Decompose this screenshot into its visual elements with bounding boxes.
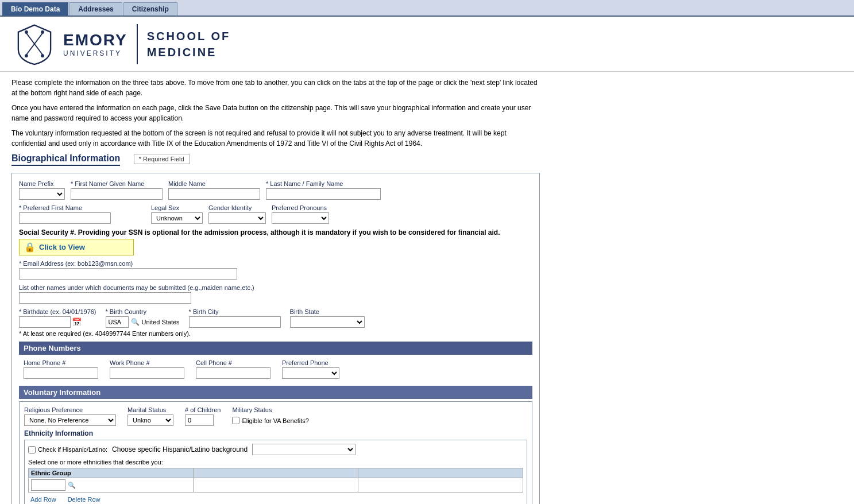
voluntary-section: Religious Preference None, No Preference…	[19, 401, 532, 504]
first-name-group: * First Name/ Given Name	[71, 180, 163, 200]
birth-state-group: Birth State	[290, 308, 365, 328]
legal-sex-label: Legal Sex	[151, 204, 203, 211]
marital-status-label: Marital Status	[127, 406, 173, 413]
ethnicity-box: Check if Hispanic/Latino: Choose specifi…	[24, 440, 527, 504]
preferred-pronouns-select[interactable]	[272, 212, 329, 224]
delete-row-link[interactable]: Delete Row	[68, 496, 101, 503]
birth-country-search-icon[interactable]: 🔍	[131, 318, 140, 326]
email-label: * Email Address (ex: bob123@msn.com)	[19, 260, 532, 267]
birth-country-label: * Birth Country	[106, 308, 180, 315]
home-phone-input[interactable]	[24, 367, 98, 379]
svg-point-4	[25, 54, 28, 57]
university-text-block: EMORY UNIVERSITY	[63, 31, 127, 57]
email-input[interactable]	[19, 268, 237, 280]
phone-note: * At least one required (ex. 4049997744 …	[19, 330, 532, 337]
birth-city-group: * Birth City	[189, 308, 281, 328]
first-name-input[interactable]	[71, 188, 163, 200]
birth-country-code-input[interactable]	[106, 316, 129, 328]
emory-logo	[11, 22, 57, 65]
marital-status-select[interactable]: Unkno	[127, 414, 173, 426]
name-prefix-select[interactable]: Mr.Ms.Mrs.Dr.	[19, 188, 65, 200]
select-ethnicities-label: Select one or more ethnicities that desc…	[28, 459, 523, 466]
other-names-group: List other names under which documents m…	[19, 284, 532, 304]
tab-bar: Bio Demo Data Addresses Citizenship	[0, 0, 854, 17]
svg-point-5	[41, 54, 44, 57]
biographical-form: Name Prefix Mr.Ms.Mrs.Dr. * First Name/ …	[11, 173, 540, 504]
voluntary-info-bar: Voluntary Information	[19, 386, 532, 399]
university-name: EMORY	[63, 31, 127, 49]
ssn-link[interactable]: Click to View	[39, 243, 85, 251]
calendar-icon[interactable]: 📅	[72, 317, 82, 327]
other-names-input[interactable]	[19, 292, 191, 304]
name-prefix-group: Name Prefix Mr.Ms.Mrs.Dr.	[19, 180, 65, 200]
marital-status-group: Marital Status Unkno	[127, 406, 173, 426]
work-phone-group: Work Phone #	[110, 359, 184, 379]
preferred-first-name-label: * Preferred First Name	[19, 204, 111, 211]
hispanic-bg-select[interactable]	[252, 444, 355, 455]
preferred-name-row: * Preferred First Name Legal Sex Unknown…	[19, 204, 532, 224]
preferred-phone-select[interactable]: HomeWorkCell	[282, 367, 339, 379]
tab-bio-demo[interactable]: Bio Demo Data	[2, 2, 68, 15]
preferred-phone-label: Preferred Phone	[282, 359, 339, 366]
va-benefits-checkbox[interactable]	[232, 417, 239, 424]
instruction-1: Please complete the information on the t…	[11, 77, 540, 98]
military-group: Military Status Eligible for VA Benefits…	[232, 406, 309, 424]
home-phone-group: Home Phone #	[24, 359, 98, 379]
preferred-first-name-group: * Preferred First Name	[19, 204, 111, 224]
email-group: * Email Address (ex: bob123@msn.com)	[19, 260, 532, 280]
phone-numbers-bar: Phone Numbers	[19, 342, 532, 355]
ssn-click-area[interactable]: 🔒 Click to View	[19, 239, 134, 255]
ethnic-table: Ethnic Group 🔍	[28, 468, 523, 493]
ethnic-search-cell: 🔍	[29, 478, 194, 493]
add-delete-row: Add Row Delete Row	[28, 495, 523, 504]
ethnicity-title: Ethnicity Information	[24, 429, 527, 437]
religious-pref-select[interactable]: None, No Preference	[24, 414, 116, 426]
bio-section-title: Biographical Information	[11, 153, 120, 166]
middle-name-group: Middle Name	[168, 180, 260, 200]
religious-pref-group: Religious Preference None, No Preference	[24, 406, 116, 426]
hispanic-row: Check if Hispanic/Latino: Choose specifi…	[28, 444, 523, 455]
university-sub: UNIVERSITY	[63, 49, 127, 57]
legal-sex-select[interactable]: UnknownMaleFemale	[151, 212, 203, 224]
cell-phone-group: Cell Phone #	[196, 359, 271, 379]
section-header-row: Biographical Information * Required Fiel…	[11, 153, 540, 169]
lock-icon: 🔒	[24, 242, 36, 253]
birth-state-select[interactable]	[290, 316, 365, 328]
main-content: Please complete the information on the t…	[0, 72, 551, 504]
add-row-link[interactable]: Add Row	[30, 496, 56, 503]
ethnic-search-input[interactable]	[31, 479, 65, 491]
birthdate-input[interactable]	[19, 316, 71, 328]
tab-addresses[interactable]: Addresses	[69, 2, 122, 15]
hispanic-checkbox[interactable]	[28, 446, 36, 453]
gender-identity-label: Gender Identity	[208, 204, 266, 211]
birth-city-input[interactable]	[189, 316, 281, 328]
voluntary-row: Religious Preference None, No Preference…	[24, 406, 527, 426]
tab-citizenship[interactable]: Citizenship	[123, 2, 177, 15]
birth-city-label: * Birth City	[189, 308, 281, 315]
last-name-input[interactable]	[266, 188, 381, 200]
header-divider	[137, 24, 138, 64]
preferred-pronouns-label: Preferred Pronouns	[272, 204, 329, 211]
middle-name-input[interactable]	[168, 188, 260, 200]
birthdate-label: * Birthdate (ex. 04/01/1976)	[19, 308, 96, 315]
gender-identity-select[interactable]	[208, 212, 266, 224]
children-input[interactable]	[185, 414, 214, 426]
required-note: * Required Field	[134, 154, 190, 164]
svg-point-2	[25, 30, 28, 34]
birth-country-name: United States	[142, 319, 180, 325]
ethnic-search-icon[interactable]: 🔍	[68, 482, 76, 489]
preferred-pronouns-group: Preferred Pronouns	[272, 204, 329, 224]
last-name-label: * Last Name / Family Name	[266, 180, 381, 187]
birth-state-label: Birth State	[290, 308, 365, 315]
cell-phone-label: Cell Phone #	[196, 359, 271, 366]
cell-phone-input[interactable]	[196, 367, 271, 379]
legal-sex-group: Legal Sex UnknownMaleFemale	[151, 204, 203, 224]
preferred-phone-group: Preferred Phone HomeWorkCell	[282, 359, 339, 379]
instruction-3: The voluntary information requested at t…	[11, 128, 540, 149]
home-phone-label: Home Phone #	[24, 359, 98, 366]
preferred-first-name-input[interactable]	[19, 212, 111, 224]
phone-numbers-row: Home Phone # Work Phone # Cell Phone # P…	[19, 357, 532, 381]
other-names-label: List other names under which documents m…	[19, 284, 532, 291]
children-group: # of Children	[185, 406, 221, 426]
work-phone-input[interactable]	[110, 367, 184, 379]
